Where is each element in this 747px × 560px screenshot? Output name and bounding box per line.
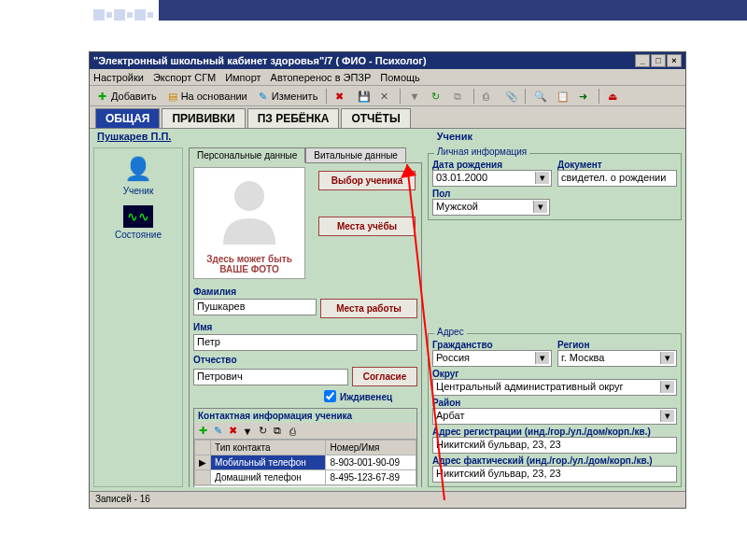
mini-edit-icon[interactable]: ✎ xyxy=(211,425,224,438)
tab-child[interactable]: ПЗ РЕБЁНКА xyxy=(247,108,340,128)
toolbar-filter[interactable]: ▼ xyxy=(404,89,425,104)
tab-reports[interactable]: ОТЧЁТЫ xyxy=(341,108,410,128)
birth-label: Дата рождения xyxy=(432,160,552,170)
photo-placeholder[interactable]: Здесь может быть ВАШЕ ФОТО xyxy=(193,167,305,279)
col-contact-number[interactable]: Номер/Имя xyxy=(326,441,416,455)
delete-icon: ✖ xyxy=(335,91,346,102)
sidebar: 👤 Ученик ∿∿ Состояние xyxy=(93,147,183,487)
mini-copy-icon[interactable]: ⧉ xyxy=(271,425,284,438)
toolbar-copy[interactable]: ⧉ xyxy=(449,89,470,104)
doc-label: Документ xyxy=(557,160,677,170)
app-window: "Электронный школьный кабинет здоровья"/… xyxy=(89,51,686,509)
pencil-icon: ✎ xyxy=(259,91,270,102)
subtab-vital[interactable]: Витальные данные xyxy=(305,147,406,163)
toolbar-delete[interactable]: ✖ xyxy=(331,89,351,104)
plus-icon: ✚ xyxy=(98,91,109,102)
breadcrumb-role[interactable]: Ученик xyxy=(437,131,472,142)
toolbar-edit[interactable]: ✎Изменить xyxy=(254,89,323,104)
toolbar-refresh[interactable]: ↻ xyxy=(427,89,447,104)
close-button[interactable]: × xyxy=(667,54,682,67)
menu-import[interactable]: Импорт xyxy=(225,72,261,83)
toolbar-cancel[interactable]: ✕ xyxy=(375,89,396,104)
study-places-button[interactable]: Места учёбы xyxy=(318,217,416,236)
fact-address-label: Адрес фактический (инд./гор./ул./дом/кор… xyxy=(432,455,677,466)
menu-export[interactable]: Экспорт СГМ xyxy=(153,72,216,83)
mini-add-icon[interactable]: ✚ xyxy=(196,425,209,438)
sidebar-item-student[interactable]: Ученик xyxy=(123,186,154,196)
exit-icon: ⏏ xyxy=(608,91,619,102)
region-label: Регион xyxy=(557,340,677,350)
personal-info-group: Личная информация Дата рождения 03.01.20… xyxy=(428,153,682,220)
student-icon[interactable]: 👤 xyxy=(120,154,157,184)
window-title: "Электронный школьный кабинет здоровья"/… xyxy=(93,55,427,66)
breadcrumb-name[interactable]: Пушкарев П.П. xyxy=(97,131,171,142)
area-input[interactable]: Арбат xyxy=(432,408,677,425)
work-places-button[interactable]: Места работы xyxy=(320,299,417,318)
mini-print-icon[interactable]: ⎙ xyxy=(286,425,299,438)
dependent-label: Иждивенец xyxy=(340,392,392,402)
tab-general[interactable]: ОБЩАЯ xyxy=(95,108,160,128)
contact-panel: Контактная информация ученика ✚ ✎ ✖ ▼ ↻ … xyxy=(193,408,417,487)
svg-point-0 xyxy=(234,181,264,211)
menu-transfer[interactable]: Автоперенос в ЭПЗР xyxy=(271,72,372,83)
citizenship-input[interactable]: Россия xyxy=(432,350,552,367)
table-row[interactable]: ▶ Мобильный телефон 8-903-001-90-09 xyxy=(195,455,416,470)
maximize-button[interactable]: □ xyxy=(651,54,666,67)
toolbar-export[interactable]: ➜ xyxy=(574,89,595,104)
heartbeat-icon[interactable]: ∿∿ xyxy=(123,205,153,228)
breadcrumb: Пушкарев П.П. Ученик xyxy=(90,129,685,144)
clip-icon: 📎 xyxy=(505,91,516,102)
menubar: Настройки Экспорт СГМ Импорт Автоперенос… xyxy=(90,69,685,86)
name-label: Имя xyxy=(193,322,417,332)
toolbar-attach[interactable]: 📎 xyxy=(500,89,521,104)
patronymic-input[interactable]: Петрович xyxy=(193,369,348,385)
copy-icon: ⧉ xyxy=(454,91,465,102)
district-label: Округ xyxy=(432,369,677,379)
toolbar-paste[interactable]: 📋 xyxy=(552,89,572,104)
sex-label: Пол xyxy=(432,189,550,199)
subtab-personal[interactable]: Персональные данные xyxy=(189,147,305,163)
menu-help[interactable]: Помощь xyxy=(380,72,420,83)
menu-settings[interactable]: Настройки xyxy=(93,72,144,83)
toolbar-basedon[interactable]: ▤На основании xyxy=(163,89,252,104)
sex-input[interactable]: Мужской xyxy=(432,199,550,216)
toolbar-add[interactable]: ✚Добавить xyxy=(93,89,162,104)
surname-label: Фамилия xyxy=(193,287,417,297)
tab-vaccinations[interactable]: ПРИВИВКИ xyxy=(162,108,245,128)
name-input[interactable]: Петр xyxy=(193,334,417,351)
toolbar: ✚Добавить ▤На основании ✎Изменить ✖ 💾 ✕ … xyxy=(90,86,685,106)
search-icon: 🔍 xyxy=(534,91,545,102)
sidebar-item-state[interactable]: Состояние xyxy=(115,230,162,240)
minimize-button[interactable]: _ xyxy=(635,54,650,67)
dependent-checkbox[interactable] xyxy=(324,390,336,402)
reg-address-label: Адрес регистрации (инд./гор./ул./дом/кор… xyxy=(432,427,677,437)
toolbar-print[interactable]: ⎙ xyxy=(478,89,499,104)
contacts-title: Контактная информация ученика xyxy=(194,409,416,423)
module-tabs: ОБЩАЯ ПРИВИВКИ ПЗ РЕБЁНКА ОТЧЁТЫ xyxy=(90,106,685,129)
choose-student-button[interactable]: Выбор ученика xyxy=(318,171,416,190)
birth-input[interactable]: 03.01.2000 xyxy=(432,170,552,187)
contacts-table: Тип контакта Номер/Имя ▶ Мобильный телеф… xyxy=(194,440,416,485)
refresh-icon: ↻ xyxy=(431,91,443,102)
citizenship-label: Гражданство xyxy=(432,340,552,350)
mini-refresh-icon[interactable]: ↻ xyxy=(256,425,269,438)
table-row[interactable]: Домашний телефон 8-495-123-67-89 xyxy=(195,470,416,485)
region-input[interactable]: г. Москва xyxy=(557,350,677,367)
district-input[interactable]: Центральный административный округ xyxy=(432,379,677,396)
toolbar-save[interactable]: 💾 xyxy=(353,89,374,104)
cancel-icon: ✕ xyxy=(380,91,391,102)
records-count: Записей - 16 xyxy=(95,494,150,504)
consent-button[interactable]: Согласие xyxy=(352,367,417,386)
doc-input[interactable]: свидетел. о рождении xyxy=(557,170,677,187)
area-label: Район xyxy=(432,398,677,408)
toolbar-exit[interactable]: ⏏ xyxy=(603,89,624,104)
fact-address-input[interactable]: Никитский бульвар, 23, 23 xyxy=(432,466,677,483)
address-group: Адрес Гражданство Россия Регион г. Москв… xyxy=(428,333,682,487)
mini-delete-icon[interactable]: ✖ xyxy=(226,425,239,438)
mini-filter-icon[interactable]: ▼ xyxy=(241,425,254,438)
surname-input[interactable]: Пушкарев xyxy=(193,299,317,315)
reg-address-input[interactable]: Никитский бульвар, 23, 23 xyxy=(432,437,677,454)
toolbar-search[interactable]: 🔍 xyxy=(529,89,550,104)
col-contact-type[interactable]: Тип контакта xyxy=(211,441,326,455)
patronymic-label: Отчество xyxy=(193,355,417,365)
